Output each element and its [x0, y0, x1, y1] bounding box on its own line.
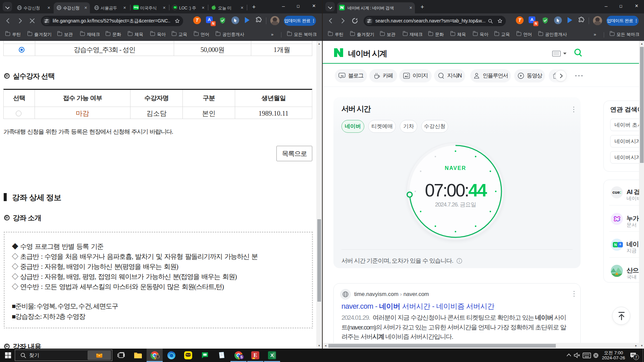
svg-text:blog: blog: [341, 75, 343, 77]
